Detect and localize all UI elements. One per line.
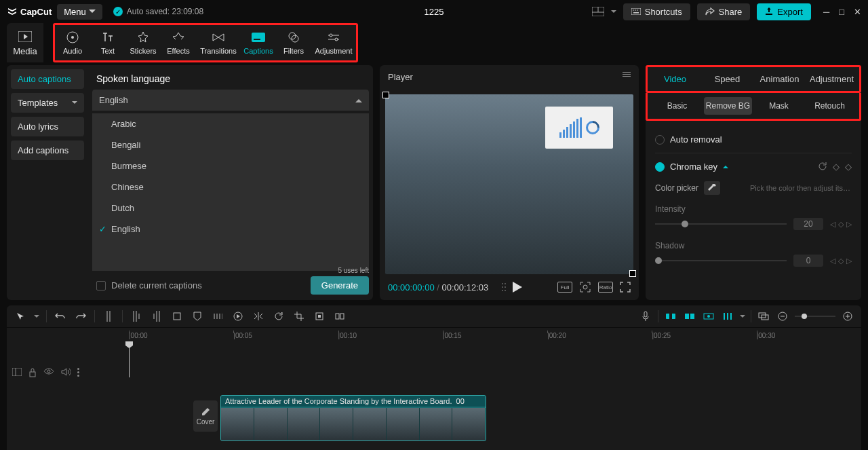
overlay-tool[interactable]: [757, 310, 770, 323]
sidebar-item-auto-lyrics[interactable]: Auto lyrics: [11, 117, 84, 136]
shadow-value[interactable]: 0: [793, 255, 823, 267]
zoom-out-button[interactable]: [776, 310, 789, 323]
chevron-down-icon[interactable]: [611, 10, 616, 14]
sidebar-item-add-captions[interactable]: Add captions: [11, 140, 84, 160]
video-preview[interactable]: [385, 94, 633, 274]
focus-icon[interactable]: [579, 281, 591, 293]
preview-tool[interactable]: [702, 310, 715, 323]
collapse-icon[interactable]: [12, 368, 22, 376]
subtab-retouch[interactable]: Retouch: [806, 97, 854, 115]
keyframe-nav-icon[interactable]: ▷: [846, 220, 852, 229]
keyframe-nav-icon[interactable]: ◁: [830, 220, 835, 229]
split-tool[interactable]: [102, 310, 115, 323]
rotate-tool[interactable]: [272, 310, 285, 323]
more-icon[interactable]: [77, 368, 79, 377]
share-button[interactable]: Share: [697, 3, 751, 20]
auto-removal-checkbox[interactable]: [655, 135, 665, 145]
reset-icon[interactable]: [818, 162, 827, 171]
shadow-slider[interactable]: [655, 260, 787, 261]
tab-filters[interactable]: Filters: [276, 25, 311, 60]
export-button[interactable]: Export: [757, 3, 811, 20]
redo-button[interactable]: [74, 310, 87, 323]
intensity-slider[interactable]: [655, 223, 787, 225]
freeze-tool[interactable]: [333, 310, 347, 323]
full-button[interactable]: Full: [557, 282, 572, 293]
subtab-basic[interactable]: Basic: [653, 97, 701, 115]
trim-left-tool[interactable]: [130, 310, 143, 323]
undo-button[interactable]: [54, 310, 67, 323]
mute-icon[interactable]: [61, 368, 71, 376]
speed-tool[interactable]: [231, 310, 245, 323]
trim-right-tool[interactable]: [150, 310, 163, 323]
select-tool[interactable]: [14, 310, 27, 323]
lang-option[interactable]: Arabic: [92, 113, 369, 134]
maximize-button[interactable]: □: [839, 7, 844, 17]
reverse-tool[interactable]: [313, 310, 326, 323]
generate-button[interactable]: Generate: [311, 276, 369, 295]
sidebar-item-auto-captions[interactable]: Auto captions: [11, 69, 84, 89]
menu-button[interactable]: Menu: [57, 4, 102, 20]
chevron-down-icon[interactable]: [34, 315, 39, 318]
lang-option[interactable]: Bengali: [92, 134, 369, 155]
eye-icon[interactable]: [43, 368, 54, 375]
zoom-slider[interactable]: [795, 316, 835, 317]
eyedropper-button[interactable]: [704, 181, 720, 195]
keyframe-icon[interactable]: ◇: [838, 257, 844, 265]
chevron-down-icon[interactable]: [740, 315, 745, 318]
language-select[interactable]: English: [92, 90, 369, 111]
subtab-remove-bg[interactable]: Remove BG: [704, 97, 752, 115]
delete-tool[interactable]: [170, 310, 184, 323]
play-button[interactable]: [513, 282, 522, 293]
tab-effects[interactable]: Effects: [161, 25, 196, 60]
prop-tab-adjustment[interactable]: Adjustment: [806, 69, 858, 90]
ratio-button[interactable]: Ratio: [598, 282, 613, 293]
mirror-tool[interactable]: [252, 310, 265, 323]
sidebar-item-templates[interactable]: Templates: [11, 93, 84, 113]
lang-option[interactable]: Dutch: [92, 198, 369, 219]
keyframe-icon[interactable]: ◇: [845, 162, 852, 172]
keyframe-nav-icon[interactable]: ▷: [846, 257, 852, 265]
tab-captions[interactable]: Captions: [241, 25, 276, 60]
fullscreen-icon[interactable]: [620, 282, 631, 293]
subtab-mask[interactable]: Mask: [755, 97, 803, 115]
playhead[interactable]: [129, 347, 130, 377]
magnet-tool[interactable]: [664, 310, 677, 323]
prop-tab-speed[interactable]: Speed: [701, 69, 753, 90]
shortcuts-button[interactable]: Shortcuts: [623, 3, 690, 20]
prop-tab-animation[interactable]: Animation: [753, 69, 806, 90]
tab-audio[interactable]: Audio: [55, 25, 90, 60]
delete-captions-checkbox[interactable]: [96, 281, 106, 290]
tab-text[interactable]: Text: [90, 25, 125, 60]
video-clip[interactable]: Attractive Leader of the Corporate Stand…: [220, 395, 486, 441]
snap-tool[interactable]: [721, 310, 734, 323]
cover-button[interactable]: Cover: [193, 400, 218, 432]
tab-transitions[interactable]: Transitions: [196, 25, 241, 60]
link-tool[interactable]: [683, 310, 696, 323]
timeline-ruler[interactable]: |00:00 |00:05 |00:10 |00:15 |00:20 |00:2…: [7, 328, 861, 341]
layout-icon[interactable]: [592, 7, 604, 16]
lang-option[interactable]: Burmese: [92, 155, 369, 176]
marker-tool[interactable]: [191, 310, 204, 323]
intensity-value[interactable]: 20: [793, 218, 823, 230]
tab-adjustment[interactable]: Adjustment: [311, 25, 356, 60]
prop-tab-video[interactable]: Video: [649, 69, 701, 90]
chevron-up-icon[interactable]: [723, 165, 728, 168]
lang-option[interactable]: English: [92, 219, 369, 240]
mic-tool[interactable]: [639, 310, 652, 323]
language-dropdown[interactable]: Arabic Bengali Burmese Chinese Dutch Eng…: [92, 113, 369, 271]
crop-tool[interactable]: [292, 310, 306, 323]
keyframe-nav-icon[interactable]: ◁: [830, 257, 835, 265]
tab-media[interactable]: Media: [7, 23, 43, 62]
keyframe-icon[interactable]: ◇: [833, 162, 840, 172]
zoom-in-button[interactable]: [841, 310, 854, 323]
player-menu-icon[interactable]: [623, 72, 631, 82]
grid-tool[interactable]: [211, 310, 224, 323]
minimize-button[interactable]: ─: [823, 7, 829, 17]
tab-stickers[interactable]: Stickers: [125, 25, 161, 60]
lang-option[interactable]: Chinese: [92, 176, 369, 198]
chroma-checkbox[interactable]: [655, 162, 665, 172]
drag-handle-icon[interactable]: [502, 282, 506, 292]
keyframe-icon[interactable]: ◇: [838, 220, 844, 229]
lock-icon[interactable]: [28, 368, 37, 377]
close-button[interactable]: ✕: [854, 7, 861, 17]
